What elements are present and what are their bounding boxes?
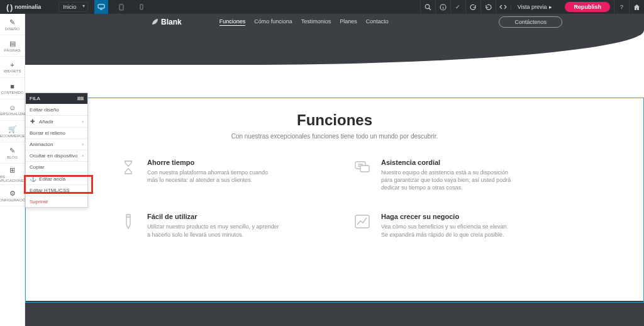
check-icon[interactable]: ✓ xyxy=(450,0,465,14)
brand-text: nominalia xyxy=(14,4,41,10)
feature-title: Fácil de utilizar xyxy=(147,213,279,220)
ctx-edit-anchor[interactable]: ⚓Editar ancla xyxy=(26,172,87,184)
leaf-icon xyxy=(151,18,158,26)
sidebar-item-design[interactable]: ✎DISEÑO xyxy=(0,14,25,35)
undo-icon[interactable] xyxy=(465,0,480,14)
site-footer xyxy=(25,301,644,326)
plus-circle-icon: ✚ xyxy=(30,118,36,125)
nav-link-funciones[interactable]: Funciones xyxy=(219,18,246,26)
republish-button[interactable]: Republish xyxy=(565,2,610,12)
chat-icon xyxy=(353,159,371,176)
svg-rect-0 xyxy=(98,4,104,8)
devmode-icon[interactable] xyxy=(496,0,511,14)
preview-button[interactable]: Vista previa▸ xyxy=(511,4,562,10)
site-header: Blank Funciones Cómo funciona Testimonio… xyxy=(25,14,644,30)
sidebar-item-pages[interactable]: ▤PÁGINAS xyxy=(0,35,25,57)
page-selector[interactable]: Inicio xyxy=(58,2,88,12)
ctx-animation[interactable]: Animación› xyxy=(26,138,87,150)
sidebar-item-widgets[interactable]: +WIDGETS xyxy=(0,57,25,78)
ctx-add[interactable]: ✚Añadir› xyxy=(26,115,87,127)
home-icon[interactable] xyxy=(629,0,644,14)
drag-handle-icon[interactable] xyxy=(77,97,84,100)
info-icon[interactable] xyxy=(435,0,450,14)
section-title[interactable]: Funciones xyxy=(25,111,644,129)
chevron-right-icon: › xyxy=(82,119,84,125)
brush-icon: ✎ xyxy=(9,18,15,26)
feature-block[interactable]: Asistencia cordialNuestro equipo de asis… xyxy=(353,159,550,191)
app-topbar: ( ) nominalia Inicio ✓ Vista previa▸ Rep… xyxy=(0,0,644,14)
svg-rect-7 xyxy=(355,215,369,228)
person-icon: ☺ xyxy=(9,104,16,111)
nav-link-testimonios[interactable]: Testimonios xyxy=(301,18,331,26)
ctx-edit-html[interactable]: Editar HTML/CSS xyxy=(26,184,87,196)
folder-icon: ■ xyxy=(10,82,14,90)
row-context-menu: FILA Editar diseño ✚Añadir› Borrar el re… xyxy=(25,93,88,208)
pages-icon: ▤ xyxy=(9,40,16,48)
sidebar-item-apps[interactable]: ⊞MIS APLICACIONES xyxy=(0,164,25,185)
section-subtitle[interactable]: Con nuestras excepcionales funciones tie… xyxy=(25,133,644,140)
hourglass-icon xyxy=(119,159,137,176)
sidebar-item-content[interactable]: ■CONTENIDO xyxy=(0,78,25,99)
device-desktop-button[interactable] xyxy=(94,0,108,14)
ctx-edit-design[interactable]: Editar diseño xyxy=(26,104,87,115)
feature-block[interactable]: Haga crecer su negocioVea cómo sus benef… xyxy=(353,213,550,238)
ctx-clear-fill[interactable]: Borrar el relleno xyxy=(26,127,87,138)
ctx-delete[interactable]: Suprimir xyxy=(26,196,87,207)
plus-icon: + xyxy=(10,61,14,69)
feature-title: Ahorre tiempo xyxy=(147,159,279,166)
sidebar-item-settings[interactable]: ⚙CONFIGURACIÓN xyxy=(0,185,25,206)
feature-body: Con nuestra plataforma ahorrará tiempo c… xyxy=(147,169,279,184)
chevron-right-icon: ▸ xyxy=(549,4,552,10)
pen-icon xyxy=(119,213,137,230)
device-tablet-button[interactable] xyxy=(114,0,128,14)
feature-block[interactable]: Fácil de utilizarUtilizar nuestro produc… xyxy=(119,213,316,238)
feature-block[interactable]: Ahorre tiempoCon nuestra plataforma ahor… xyxy=(119,159,316,191)
wave-shape-dark xyxy=(25,30,644,65)
gear-icon: ⚙ xyxy=(9,189,16,198)
brand: ( ) nominalia xyxy=(0,3,47,12)
ctx-hide-device[interactable]: Ocultar en dispositivo› xyxy=(26,150,87,161)
feature-title: Haga crecer su negocio xyxy=(381,213,513,220)
contact-button[interactable]: Contáctenos xyxy=(499,16,562,28)
sidebar-item-personalize[interactable]: ☺PERSONALIZAR xyxy=(0,99,25,121)
site-logo[interactable]: Blank xyxy=(151,18,182,26)
editor-canvas[interactable]: Blank Funciones Cómo funciona Testimonio… xyxy=(25,14,644,326)
site-nav: Funciones Cómo funciona Testimonios Plan… xyxy=(219,18,389,26)
feature-body: Utilizar nuestro producto es muy sencill… xyxy=(147,223,279,238)
sidebar-item-ecommerce[interactable]: 🛒ECOMMERCE xyxy=(0,121,25,142)
ctx-copy[interactable]: Copiar xyxy=(26,161,87,172)
chevron-right-icon: › xyxy=(82,153,84,159)
redo-icon[interactable] xyxy=(480,0,496,14)
device-mobile-button[interactable] xyxy=(135,0,148,14)
brand-mark: ( ) xyxy=(6,3,12,12)
chevron-right-icon: › xyxy=(82,142,84,147)
nav-link-contacto[interactable]: Contacto xyxy=(366,18,389,26)
tool-sidebar: ✎DISEÑO ▤PÁGINAS +WIDGETS ■CONTENIDO ☺PE… xyxy=(0,14,25,326)
sidebar-item-blog[interactable]: ✎BLOG xyxy=(0,142,25,164)
blog-icon: ✎ xyxy=(9,147,15,155)
nav-link-como-funciona[interactable]: Cómo funciona xyxy=(254,18,292,26)
apps-icon: ⊞ xyxy=(9,166,15,174)
ctx-header[interactable]: FILA xyxy=(26,93,87,104)
feature-body: Vea cómo sus beneficios y su eficiencia … xyxy=(381,223,513,238)
features-grid: Ahorre tiempoCon nuestra plataforma ahor… xyxy=(119,159,550,239)
feature-body: Nuestro equipo de asistencia está a su d… xyxy=(381,169,513,191)
svg-point-3 xyxy=(425,4,430,9)
search-icon[interactable] xyxy=(420,0,435,14)
nav-link-planes[interactable]: Planes xyxy=(340,18,357,26)
chart-up-icon xyxy=(353,213,371,230)
svg-rect-1 xyxy=(119,4,123,10)
funciones-heading: Funciones Con nuestras excepcionales fun… xyxy=(25,111,644,140)
anchor-icon: ⚓ xyxy=(30,176,36,182)
feature-title: Asistencia cordial xyxy=(381,159,513,166)
svg-rect-2 xyxy=(140,4,143,9)
cart-icon: 🛒 xyxy=(8,125,17,133)
help-icon[interactable]: ? xyxy=(614,0,629,14)
svg-rect-6 xyxy=(360,166,369,172)
